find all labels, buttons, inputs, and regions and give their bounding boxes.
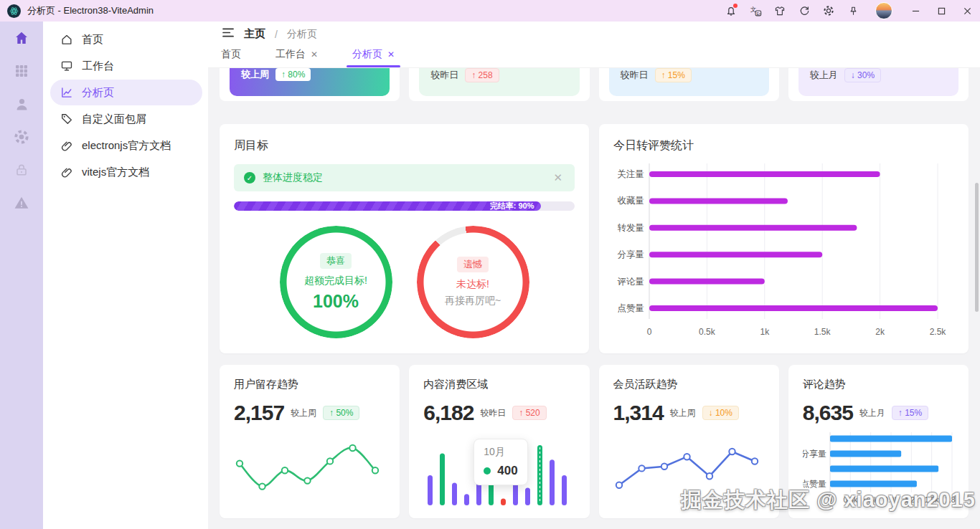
progress-alert: ✓ 整体进度稳定 ✕ (234, 164, 575, 191)
compare-label: 较上月 (810, 69, 838, 82)
breadcrumb-bar: 主页 / 分析页 (208, 22, 980, 47)
stat-banner: 较上周 ↑ 80% (230, 68, 390, 96)
tabs-bar: 首页 工作台 ✕ 分析页 ✕ (208, 47, 980, 68)
rail-lock-icon[interactable] (14, 162, 29, 178)
notification-bell-icon[interactable] (719, 0, 743, 22)
tab-home[interactable]: 首页 (221, 47, 241, 67)
trend-chip: ↑ 15% (655, 68, 692, 82)
refresh-icon[interactable] (792, 0, 816, 22)
alert-close-icon[interactable]: ✕ (551, 171, 565, 184)
card-title: 内容消费区域 (423, 378, 575, 391)
stat-value: 6,182 (423, 401, 473, 425)
stat-banner: 较昨日 ↑ 15% (609, 68, 769, 96)
language-translate-icon[interactable]: 文En (743, 0, 768, 22)
tab-close-icon[interactable]: ✕ (311, 50, 318, 59)
ring-tag: 遗憾 (457, 257, 489, 272)
settings-gear-icon[interactable] (816, 0, 841, 22)
tooltip-value: 400 (497, 464, 517, 478)
electron-app-logo-icon (7, 4, 21, 18)
workbench-monitor-icon (60, 59, 74, 72)
breadcrumb-home[interactable]: 主页 (244, 27, 265, 41)
rail-apps-grid-icon[interactable] (14, 63, 29, 79)
card-title: 评论趋势 (803, 378, 954, 391)
compare-label: 较上月 (859, 407, 885, 419)
consumption-card: 内容消费区域 6,182 较昨日 ↑ 520 10月 400 (409, 365, 589, 518)
chart-tooltip: 10月 400 (473, 439, 527, 485)
comment-bar-chart: 00.3k0.6k0.9k1.2k1.5k1.8k分享量点赞量 (803, 431, 959, 505)
user-avatar[interactable] (875, 2, 892, 19)
compare-label: 较昨日 (430, 69, 458, 82)
close-button[interactable] (954, 0, 980, 22)
page-content: 较上周 ↑ 80% 较昨日 ↑ 258 (208, 68, 980, 529)
member-activity-card: 会员活跃趋势 1,314 较上周 ↓ 10% (599, 365, 779, 518)
svg-text:1.2k: 1.2k (904, 495, 919, 504)
goal-ring-success: 恭喜 超额完成目标! 100% (280, 226, 392, 338)
sidebar-item-vite-docs[interactable]: vitejs官方文档 (50, 159, 202, 185)
sidebar-item-label: 工作台 (82, 59, 114, 73)
analysis-chart-icon (60, 86, 74, 99)
top-cards-row: 较上周 ↑ 80% 较昨日 ↑ 258 (220, 68, 969, 101)
sidebar-item-label: 分析页 (82, 86, 114, 100)
svg-text:0: 0 (828, 495, 832, 504)
trend-chip: ↓ 10% (702, 406, 739, 420)
card-title: 周目标 (234, 138, 575, 153)
ring-tag: 恭喜 (320, 253, 352, 269)
notification-dot (733, 4, 738, 8)
week-goal-card: 周目标 ✓ 整体进度稳定 ✕ 完结率: 90% 恭喜 超 (220, 124, 589, 353)
svg-text:收藏量: 收藏量 (618, 196, 645, 206)
sidebar-item-home[interactable]: 首页 (50, 27, 202, 52)
compare-label: 较上周 (241, 68, 269, 81)
check-circle-icon: ✓ (244, 172, 255, 184)
titlebar: 分析页 - Electron38-ViteAdmin 文En (0, 0, 980, 22)
sidebar-item-breadcrumb[interactable]: 自定义面包屑 (50, 106, 202, 132)
rail-settings-gear-icon[interactable] (14, 129, 29, 145)
vertical-scrollbar-thumb[interactable] (975, 183, 979, 312)
svg-text:评论量: 评论量 (618, 277, 645, 287)
trend-chip: ↑ 520 (512, 406, 546, 420)
svg-text:关注量: 关注量 (618, 169, 645, 179)
goal-progress-track: 完结率: 90% (234, 201, 575, 211)
ring-value: 再接再厉吧~ (445, 295, 501, 308)
tab-close-icon[interactable]: ✕ (387, 50, 395, 59)
tab-analysis[interactable]: 分析页 ✕ (352, 47, 395, 67)
link-icon (60, 139, 74, 152)
icon-rail (0, 22, 43, 529)
trend-chip: ↑ 258 (465, 68, 499, 82)
sidebar-item-analysis[interactable]: 分析页 (50, 80, 202, 105)
sidebar-item-electron-docs[interactable]: electronjs官方文档 (50, 133, 202, 158)
retention-card: 用户留存趋势 2,157 较上周 ↑ 50% (220, 365, 400, 518)
trend-chip: ↑ 80% (275, 68, 311, 81)
sidebar-item-workbench[interactable]: 工作台 (50, 53, 202, 79)
rail-home-icon[interactable] (14, 30, 29, 46)
svg-text:转发量: 转发量 (618, 223, 645, 233)
rail-warning-icon[interactable] (14, 195, 29, 211)
rail-user-icon[interactable] (14, 96, 29, 112)
svg-text:2k: 2k (875, 327, 885, 337)
maximize-button[interactable] (928, 0, 954, 22)
svg-text:0: 0 (647, 327, 652, 337)
svg-text:1.5k: 1.5k (924, 495, 939, 504)
sidebar-item-label: 首页 (82, 33, 103, 47)
svg-text:1.5k: 1.5k (814, 327, 831, 337)
goal-ring-fail: 遗憾 未达标! 再接再厉吧~ (417, 226, 529, 338)
goal-progress-fill: 完结率: 90% (234, 201, 541, 211)
sidebar-menu: 首页 工作台 分析页 自定义面包屑 electronjs官方文档 (43, 22, 208, 529)
trend-chip: ↑ 15% (892, 406, 928, 420)
svg-text:2.5k: 2.5k (930, 327, 947, 337)
tab-workbench[interactable]: 工作台 ✕ (275, 47, 318, 67)
svg-text:0.3k: 0.3k (843, 495, 858, 504)
pin-icon[interactable] (841, 0, 865, 22)
minimize-button[interactable] (903, 0, 928, 22)
theme-skin-icon[interactable] (768, 0, 792, 22)
menu-collapse-icon[interactable] (222, 27, 235, 41)
comment-trend-card: 评论趋势 8,635 较上月 ↑ 15% 00.3k0.6k0.9k1.2k1.… (788, 365, 969, 518)
today-stats-chart: 00.5k1k1.5k2k2.5k关注量收藏量转发量分享量评论量点赞量 (613, 161, 956, 341)
member-line-chart (613, 431, 760, 501)
trend-chip: ↑ 50% (323, 406, 359, 420)
tooltip-label: 10月 (484, 446, 517, 459)
svg-text:0.9k: 0.9k (884, 495, 899, 504)
stat-card-blue: 较昨日 ↑ 15% (599, 68, 779, 101)
window-title: 分析页 - Electron38-ViteAdmin (27, 4, 154, 17)
svg-text:点赞量: 点赞量 (803, 479, 826, 489)
stat-banner: 较上月 ↓ 30% (798, 68, 958, 96)
